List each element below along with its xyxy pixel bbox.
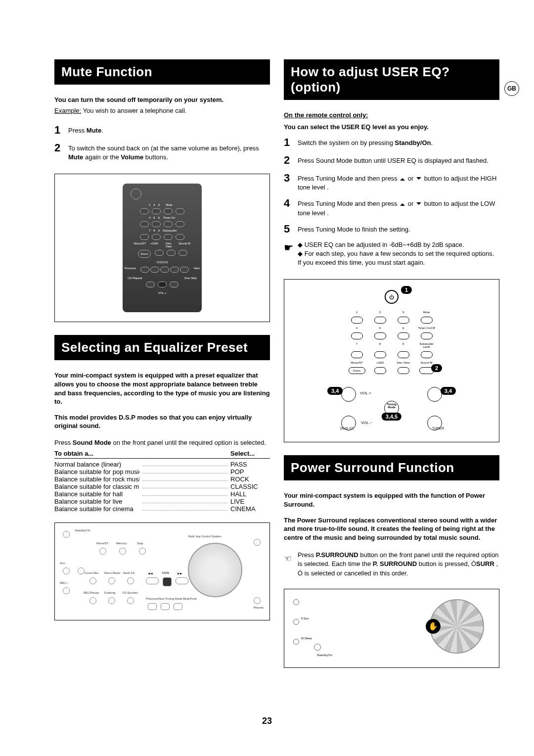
psurr-step: ☞ Press P.SURROUND button on the front p…: [284, 551, 499, 578]
note-1: USER EQ can be adjusted in -6dB~+6dB by …: [305, 241, 464, 248]
eq-instruction: Press Sound Mode on the front panel unti…: [54, 438, 270, 447]
callout-2: 2: [431, 364, 442, 372]
row-right: CINEMA: [230, 505, 270, 513]
mute-intro: You can turn the sound off temporarily o…: [54, 95, 270, 104]
step-text: Press Tuning Mode and then press or butt…: [298, 197, 499, 217]
eq-header: Selecting an Equalizer Preset: [54, 335, 270, 360]
language-badge: GB: [504, 81, 519, 96]
row-left: Balance suitable for pop music: [54, 468, 139, 475]
callout-34b: 3,4: [441, 387, 456, 395]
table-row: Normal balance (linear)PASS: [54, 461, 270, 468]
step-number: 1: [54, 124, 68, 137]
usereq-step: 5Press Tuning Mode to finish the setting…: [284, 223, 499, 236]
usereq-steps: 1Switch the system on by pressing Standb…: [284, 136, 499, 236]
usereq-step: 3Press Tuning Mode and then press or but…: [284, 172, 499, 192]
arrow-down-icon: [415, 202, 422, 206]
step-number: 5: [284, 223, 298, 236]
eq-intro2: This model provides D.S.P modes so that …: [54, 413, 270, 430]
jog-dial-icon: [188, 543, 242, 597]
front-panel-illustration-2: P.Surr M.Sleep Standby/On ✋: [284, 589, 499, 668]
table-row: Balance suitable for cinemaCINEMA: [54, 505, 270, 513]
callout-1: 1: [401, 286, 412, 294]
usereq-step: 1Switch the system on by pressing Standb…: [284, 136, 499, 149]
eq-table: To obtain a...Select... Normal balance (…: [54, 450, 270, 513]
row-right: POP: [230, 468, 270, 475]
usereq-notes: ☛ ◆ USER EQ can be adjusted in -6dB~+6dB…: [284, 240, 499, 268]
step-text: Press Tuning Mode and then press or butt…: [298, 172, 499, 192]
row-right: ROCK: [230, 475, 270, 483]
step-text: Press Sound Mode button until USER EQ is…: [298, 154, 489, 167]
arrow-up-icon: [399, 177, 406, 181]
step-number: 2: [54, 142, 68, 162]
step-number: 2: [284, 154, 298, 167]
row-right: PASS: [230, 461, 270, 468]
pointer-icon: ☛: [284, 240, 298, 268]
row-right: HALL: [230, 490, 270, 498]
usereq-step: 4Press Tuning Mode and then press or but…: [284, 197, 499, 217]
right-circle: [427, 387, 442, 402]
usereq-header: How to adjust USER EQ?(option): [284, 59, 499, 100]
remote-body: 123Mute 456Timer On 789Subwoofer Mono/ST…: [123, 184, 202, 312]
row-left: Balance suitable for cinema: [54, 505, 139, 513]
psurr-header: Power Surround Function: [284, 455, 499, 480]
row-left: Balance suitable for rock music: [54, 475, 139, 483]
page-number: 23: [262, 716, 272, 726]
pointer-icon: ☞: [284, 553, 292, 565]
power-icon: [131, 189, 141, 199]
step-number: 3: [284, 172, 298, 192]
mute-step-2: 2 To switch the sound back on (at the sa…: [54, 142, 270, 162]
row-right: CLASSIC: [230, 483, 270, 490]
deck-label: Deck 1/2: [340, 426, 354, 430]
arrow-up-icon: [399, 202, 406, 206]
step-number: 4: [284, 197, 298, 217]
tuner-label: TUNER: [432, 426, 444, 430]
manual-page: GB Mute Function You can turn the sound …: [0, 0, 534, 756]
tuning-label: Tuning Mode: [384, 403, 399, 409]
eq-intro: Your mini-compact system is equipped wit…: [54, 371, 270, 406]
mute-steps: 1 Press Mute. 2 To switch the sound back…: [54, 124, 270, 162]
row-left: Balance suitable for live: [54, 498, 139, 505]
vol-up-circle: [341, 387, 356, 402]
remote-keypad: 123Mute 456Timer On/Off 789Subwoofer Lev…: [347, 311, 436, 374]
usereq-sub1: On the remote control only:: [284, 111, 499, 120]
usereq-step: 2Press Sound Mode button until USER EQ i…: [284, 154, 499, 167]
example-label: Example:: [54, 107, 81, 114]
arrow-down-icon: [415, 177, 422, 181]
row-right: LIVE: [230, 498, 270, 505]
front-panel-illustration: Standby/On Aux REC./ Mono/ST Memory Stop…: [54, 522, 270, 620]
callout-345: 3,4,5: [382, 413, 401, 421]
right-column: How to adjust USER EQ?(option) On the re…: [284, 59, 499, 668]
remote-illustration-1: 123Mute 456Timer On 789Subwoofer Mono/ST…: [54, 174, 270, 322]
vol-up-label: VOL.+: [360, 391, 371, 395]
mute-step-1: 1 Press Mute.: [54, 124, 270, 137]
mute-header: Mute Function: [54, 59, 270, 85]
remote-illustration-2: ⏻ 1 123Mute 456Timer On/Off 789Subwoofer…: [284, 279, 499, 442]
step-number: 1: [284, 136, 298, 149]
row-left: Balance suitable for classic music: [54, 483, 139, 490]
usereq-sub2: You can select the USER EQ level as you …: [284, 123, 499, 132]
step-text: Press Mute.: [68, 124, 103, 137]
note-2: For each step, you have a few seconds to…: [298, 250, 494, 266]
callout-34a: 3,4: [327, 387, 343, 395]
psurr-intro: Your mini-compact system is equipped wit…: [284, 491, 499, 509]
mute-example: Example: You wish to answer a telephone …: [54, 106, 270, 115]
row-left: Normal balance (linear): [54, 461, 139, 468]
step-text: Press Tuning Mode to finish the setting.: [298, 223, 410, 236]
table-row: Balance suitable for rock musicROCK: [54, 475, 270, 483]
step-text: To switch the sound back on (at the same…: [68, 142, 270, 162]
table-row: Balance suitable for liveLIVE: [54, 498, 270, 505]
left-column: Mute Function You can turn the sound off…: [54, 59, 270, 668]
table-row: Balance suitable for hallHALL: [54, 490, 270, 498]
example-text: You wish to answer a telephone call.: [83, 107, 187, 114]
table-header-right: Select...: [230, 450, 270, 457]
power-icon: ⏻: [385, 290, 399, 304]
table-row: Balance suitable for classic musicCLASSI…: [54, 483, 270, 490]
row-left: Balance suitable for hall: [54, 490, 139, 498]
step-text: Switch the system on by pressing Standby…: [298, 136, 433, 149]
vol-down-label: VOL.−: [361, 421, 372, 425]
table-row: Balance suitable for pop musicPOP: [54, 468, 270, 475]
table-header-left: To obtain a...: [54, 450, 230, 457]
callout-hand-icon: ✋: [426, 619, 441, 634]
psurr-desc: The Power Surround replaces conventional…: [284, 516, 499, 542]
